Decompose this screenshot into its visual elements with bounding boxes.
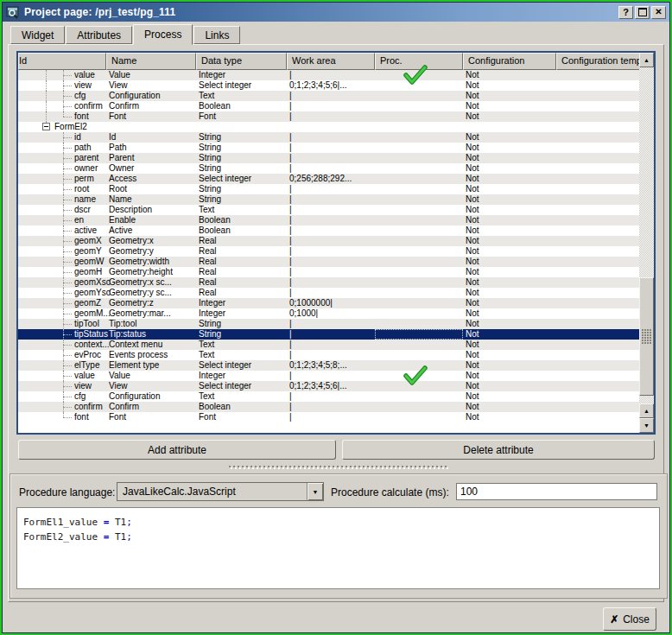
scroll-down-button[interactable]: ▼	[639, 418, 654, 433]
table-row-font[interactable]: fontFontFont|Not	[18, 111, 654, 122]
scrollbar-thumb[interactable]	[639, 277, 654, 396]
table-row-value[interactable]: valueValueInteger|Not	[18, 371, 654, 381]
cell-configuration: Not	[463, 70, 556, 80]
delete-attribute-button[interactable]: Delete attribute	[342, 440, 655, 460]
maximize-button[interactable]	[635, 6, 650, 19]
cell-id: geomZ	[18, 298, 106, 308]
table-row-context...[interactable]: context...Context menuText|Not	[18, 340, 654, 350]
table-row-owner[interactable]: ownerOwnerString|Not	[18, 163, 654, 174]
table-row-path[interactable]: pathPathString|Not	[18, 143, 654, 153]
table-row-evProc[interactable]: evProcEvents processText|Not	[18, 350, 654, 360]
table-row-view[interactable]: viewViewSelect integer0;1;2;3;4;5;6|...N…	[18, 381, 654, 391]
maximize-icon	[638, 8, 647, 16]
cell-work-area: |	[287, 277, 375, 288]
table-row-geomX[interactable]: geomXGeometry:xReal|Not	[18, 236, 654, 246]
table-row-perm[interactable]: permAccessSelect integer0;256;288;292...…	[18, 174, 654, 184]
cell-configuration: Not	[463, 163, 556, 174]
cell-data-type: Boolean	[196, 101, 287, 111]
cell-proc	[375, 70, 463, 80]
table-row-id[interactable]: idIdString|Not	[18, 132, 654, 143]
table-row-view[interactable]: viewViewSelect integer0;1;2;3;4;5;6|...N…	[18, 80, 654, 91]
cell-data-type: Select integer	[196, 80, 287, 91]
table-row-geomXsc[interactable]: geomXscGeometry:x sc...Real|Not	[18, 277, 654, 288]
table-row-parent[interactable]: parentParentString|Not	[18, 153, 654, 163]
table-row-geomYsc[interactable]: geomYscGeometry:y sc...Real|Not	[18, 288, 654, 298]
procedure-language-select[interactable]: JavaLikeCalc.JavaScript ▼	[117, 482, 324, 501]
table-row-root[interactable]: rootRootString|Not	[18, 184, 654, 194]
table-row-confirm[interactable]: confirmConfirmBoolean|Not	[18, 101, 654, 111]
cell-id: confirm	[18, 101, 106, 111]
table-row-cfg[interactable]: cfgConfigurationText|Not	[18, 91, 654, 101]
splitter-handle[interactable]	[229, 466, 449, 470]
close-button[interactable]: ✗ Close	[603, 607, 656, 631]
close-window-button[interactable]: ✕	[651, 6, 666, 19]
cell-work-area: |	[287, 143, 375, 153]
help-button[interactable]: ?	[618, 6, 633, 19]
cell-work-area: 0;1000|	[287, 308, 375, 319]
table-row-dscr[interactable]: dscrDescriptionText|Not	[18, 205, 654, 215]
table-row-geomH[interactable]: geomHGeometry:heightReal|Not	[18, 267, 654, 277]
cell-configuration: Not	[463, 215, 556, 225]
table-row-geomM...[interactable]: geomM...Geometry:mar...Integer0;1000|Not	[18, 308, 654, 319]
column-header-configuration[interactable]: Configuration	[463, 53, 556, 70]
cell-configuration: Not	[463, 143, 556, 153]
tab-attributes[interactable]: Attributes	[66, 26, 132, 44]
cell-data-type: String	[196, 153, 287, 163]
table-row-cfg[interactable]: cfgConfigurationText|Not	[18, 391, 654, 402]
cell-name: Enable	[106, 215, 196, 225]
cell-configuration: Not	[463, 153, 556, 163]
cell-proc	[375, 402, 463, 412]
table-scrollbar[interactable]: ▲ ▲ ▼	[639, 53, 654, 433]
table-row-elType[interactable]: elTypeElement typeSelect integer0;1;2;3;…	[18, 360, 654, 371]
cell-work-area: |	[287, 225, 375, 236]
cell-configuration: Not	[463, 371, 556, 381]
table-row-geomY[interactable]: geomYGeometry:yReal|Not	[18, 246, 654, 257]
cell-configuration: Not	[463, 111, 556, 122]
cell-proc	[375, 215, 463, 225]
cell-data-type: String	[196, 184, 287, 194]
scroll-up-button[interactable]: ▲	[639, 53, 654, 67]
scroll-up-button-2[interactable]: ▲	[639, 403, 654, 418]
column-header-work-area[interactable]: Work area	[287, 53, 375, 70]
tab-widget[interactable]: Widget	[10, 26, 65, 44]
column-header-id[interactable]: Id	[18, 53, 106, 70]
tab-process[interactable]: Process	[133, 24, 193, 45]
cell-data-type: String	[196, 143, 287, 153]
table-row-font[interactable]: fontFontFont|Not	[18, 412, 654, 422]
cell-configuration: Not	[463, 205, 556, 215]
table-row-tipStatus[interactable]: tipStatusTip:statusString|Not	[18, 329, 654, 340]
cell-name: Confirm	[106, 402, 196, 412]
column-header-name[interactable]: Name	[106, 53, 196, 70]
table-row-en[interactable]: enEnableBoolean|Not	[18, 215, 654, 225]
procedure-calculate-input[interactable]	[456, 483, 657, 500]
table-row-geomZ[interactable]: geomZGeometry:zInteger0;1000000|Not	[18, 298, 654, 308]
procedure-code-editor[interactable]: FormEl1_value = T1;FormEl2_value = T1;	[16, 507, 660, 589]
table-row-active[interactable]: activeActiveBoolean|Not	[18, 225, 654, 236]
cell-name: Path	[106, 143, 196, 153]
cell-work-area: 0;1;2;3;4;5;6|...	[287, 381, 375, 391]
procedure-language-value: JavaLikeCalc.JavaScript	[117, 486, 307, 498]
scrollbar-grip-icon	[642, 329, 651, 345]
table-row-geomW[interactable]: geomWGeometry:widthReal|Not	[18, 257, 654, 267]
table-row-value[interactable]: valueValueInteger|Not	[18, 70, 654, 80]
cell-id: FormEl2	[18, 122, 106, 132]
cell-data-type: Real	[196, 236, 287, 246]
cell-id: elType	[18, 360, 106, 371]
table-row-confirm[interactable]: confirmConfirmBoolean|Not	[18, 402, 654, 412]
table-row-name[interactable]: nameNameString|Not	[18, 194, 654, 205]
cell-configuration: Not	[463, 340, 556, 350]
table-row-tipTool[interactable]: tipToolTip:toolString|Not	[18, 319, 654, 329]
cell-name: Name	[106, 194, 196, 205]
column-header-data-type[interactable]: Data type	[196, 53, 287, 70]
attributes-table: Id Name Data type Work area Proc. Config…	[16, 51, 656, 435]
tab-links[interactable]: Links	[193, 26, 240, 44]
cell-configuration: Not	[463, 267, 556, 277]
table-row-FormEl2[interactable]: FormEl2	[18, 122, 654, 132]
combo-dropdown-button[interactable]: ▼	[307, 483, 323, 500]
add-attribute-button[interactable]: Add attribute	[18, 440, 336, 460]
cell-id: view	[18, 80, 106, 91]
titlebar[interactable]: Project page: /prj_test/pg_111 ? ✕	[3, 3, 669, 22]
cell-configuration: Not	[463, 132, 556, 143]
cell-data-type: Text	[196, 205, 287, 215]
tree-collapse-icon[interactable]	[42, 123, 50, 130]
